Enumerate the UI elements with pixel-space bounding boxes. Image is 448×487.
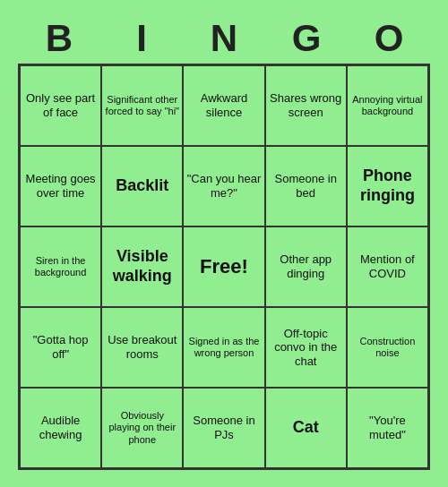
bingo-card: BINGO Only see part of faceSignificant o… — [9, 8, 439, 479]
bingo-cell-24: "You're muted" — [347, 388, 428, 468]
bingo-cell-23: Cat — [265, 388, 347, 468]
bingo-cell-4: Annoying virtual background — [347, 65, 428, 146]
bingo-cell-7: "Can you hear me?" — [183, 146, 264, 226]
bingo-cell-22: Someone in PJs — [183, 388, 264, 468]
bingo-letter-o: O — [349, 17, 428, 60]
bingo-cell-12: Free! — [183, 226, 264, 307]
bingo-cell-10: Siren in the background — [20, 226, 101, 307]
bingo-letter-b: B — [20, 17, 99, 60]
bingo-cell-9: Phone ringing — [347, 146, 428, 226]
bingo-cell-18: Off-topic convo in the chat — [265, 307, 347, 388]
bingo-cell-11: Visible walking — [101, 226, 183, 307]
bingo-cell-0: Only see part of face — [20, 65, 101, 146]
bingo-cell-15: "Gotta hop off" — [20, 307, 101, 388]
bingo-cell-6: Backlit — [101, 146, 183, 226]
bingo-cell-13: Other app dinging — [265, 226, 347, 307]
bingo-grid: Only see part of faceSignificant other f… — [18, 64, 430, 470]
bingo-cell-5: Meeting goes over time — [20, 146, 101, 226]
bingo-cell-2: Awkward silence — [183, 65, 264, 146]
bingo-cell-21: Obviously playing on their phone — [101, 388, 183, 468]
bingo-letter-g: G — [267, 17, 346, 60]
bingo-letter-i: I — [102, 17, 181, 60]
bingo-cell-17: Signed in as the wrong person — [183, 307, 264, 388]
bingo-cell-1: Significant other forced to say "hi" — [101, 65, 183, 146]
bingo-cell-8: Someone in bed — [265, 146, 347, 226]
bingo-cell-19: Construction noise — [347, 307, 428, 388]
bingo-header: BINGO — [18, 17, 430, 60]
bingo-cell-14: Mention of COVID — [347, 226, 428, 307]
bingo-letter-n: N — [185, 17, 263, 60]
bingo-cell-20: Audible chewing — [20, 388, 101, 468]
bingo-cell-3: Shares wrong screen — [265, 65, 347, 146]
bingo-cell-16: Use breakout rooms — [101, 307, 183, 388]
